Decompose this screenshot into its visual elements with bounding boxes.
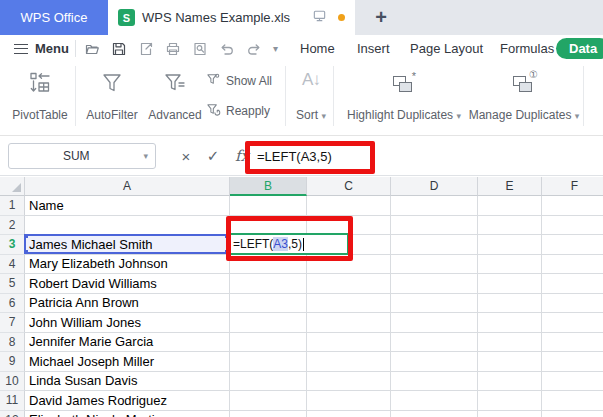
- confirm-entry-button[interactable]: ✓: [202, 143, 224, 169]
- save-icon[interactable]: [111, 41, 127, 57]
- row-header-3-selected[interactable]: 3: [0, 235, 25, 255]
- presentation-mode-icon[interactable]: [312, 8, 327, 27]
- cell[interactable]: [307, 274, 391, 294]
- cell[interactable]: [478, 255, 542, 275]
- cell[interactable]: [542, 235, 603, 255]
- cell-a7[interactable]: John William Jones: [25, 313, 230, 333]
- column-header-d[interactable]: D: [391, 177, 478, 196]
- cell[interactable]: [307, 411, 391, 417]
- cell[interactable]: [478, 372, 542, 392]
- cell[interactable]: [542, 274, 603, 294]
- cell[interactable]: [230, 391, 307, 411]
- print-preview-icon[interactable]: [192, 41, 208, 57]
- menu-button[interactable]: Menu: [14, 35, 69, 62]
- cell-a3-referenced[interactable]: James Michael Smith: [25, 235, 230, 255]
- cell[interactable]: [542, 372, 603, 392]
- row-header-7[interactable]: 7: [0, 313, 25, 333]
- cell[interactable]: [391, 391, 478, 411]
- cell-a2[interactable]: [25, 216, 230, 236]
- advanced-filter-button[interactable]: Advanced: [146, 66, 204, 128]
- cell[interactable]: [230, 196, 307, 216]
- cell-a4[interactable]: Mary Elizabeth Johnson: [25, 255, 230, 275]
- cell[interactable]: [542, 196, 603, 216]
- cell[interactable]: [478, 313, 542, 333]
- cell[interactable]: [391, 411, 478, 417]
- cell[interactable]: [478, 333, 542, 353]
- column-header-b-selected[interactable]: B: [230, 177, 307, 196]
- cell[interactable]: [307, 294, 391, 314]
- cell[interactable]: [542, 333, 603, 353]
- tab-home[interactable]: Home: [300, 35, 335, 62]
- row-header-11[interactable]: 11: [0, 391, 25, 411]
- cell[interactable]: [478, 391, 542, 411]
- row-header-6[interactable]: 6: [0, 294, 25, 314]
- row-header-12[interactable]: 12: [0, 411, 25, 417]
- cell[interactable]: [307, 372, 391, 392]
- tab-formulas[interactable]: Formulas: [500, 35, 554, 62]
- cell-a8[interactable]: Jennifer Marie Garcia: [25, 333, 230, 353]
- row-header-10[interactable]: 10: [0, 372, 25, 392]
- column-header-a[interactable]: A: [25, 177, 230, 196]
- cell[interactable]: [391, 352, 478, 372]
- cell[interactable]: [542, 255, 603, 275]
- export-icon[interactable]: [138, 41, 154, 57]
- column-header-e[interactable]: E: [478, 177, 542, 196]
- wps-office-button[interactable]: WPS Office: [0, 0, 108, 35]
- cell-a1[interactable]: Name: [25, 196, 230, 216]
- pivottable-button[interactable]: PivotTable: [8, 66, 72, 128]
- open-file-icon[interactable]: [84, 41, 100, 57]
- autofilter-button[interactable]: AutoFilter: [80, 66, 144, 128]
- cell[interactable]: [391, 274, 478, 294]
- row-header-2[interactable]: 2: [0, 216, 25, 236]
- cell[interactable]: [307, 196, 391, 216]
- cell[interactable]: [478, 294, 542, 314]
- highlight-duplicates-button[interactable]: * Highlight Duplicates ▾: [342, 66, 466, 128]
- cell[interactable]: [542, 294, 603, 314]
- cell[interactable]: [230, 372, 307, 392]
- print-icon[interactable]: [165, 41, 181, 57]
- cell[interactable]: [230, 294, 307, 314]
- tab-data-active[interactable]: Data: [556, 38, 603, 59]
- column-header-f[interactable]: F: [542, 177, 603, 196]
- new-tab-button[interactable]: +: [369, 5, 393, 29]
- cell[interactable]: [230, 411, 307, 417]
- cell[interactable]: [478, 274, 542, 294]
- cell[interactable]: [478, 196, 542, 216]
- cell[interactable]: [391, 313, 478, 333]
- cell[interactable]: [391, 255, 478, 275]
- cell[interactable]: [542, 391, 603, 411]
- select-all-corner[interactable]: [0, 177, 25, 196]
- cell[interactable]: [230, 274, 307, 294]
- cell[interactable]: [478, 352, 542, 372]
- cell[interactable]: [391, 235, 478, 255]
- name-box-dropdown-icon[interactable]: ▾: [143, 151, 155, 161]
- row-header-4[interactable]: 4: [0, 255, 25, 275]
- row-header-8[interactable]: 8: [0, 333, 25, 353]
- tab-page-layout[interactable]: Page Layout: [410, 35, 483, 62]
- cell[interactable]: [391, 333, 478, 353]
- tab-insert[interactable]: Insert: [357, 35, 390, 62]
- cell[interactable]: [391, 196, 478, 216]
- cell[interactable]: [542, 411, 603, 417]
- cell[interactable]: [542, 313, 603, 333]
- sort-button[interactable]: A↓ Sort ▾: [290, 66, 332, 128]
- cell[interactable]: [391, 372, 478, 392]
- redo-icon[interactable]: [246, 41, 262, 57]
- row-header-9[interactable]: 9: [0, 352, 25, 372]
- cell[interactable]: [307, 313, 391, 333]
- manage-duplicates-button[interactable]: ① Manage Duplicates ▾: [466, 66, 582, 128]
- undo-icon[interactable]: [219, 41, 235, 57]
- cell[interactable]: [542, 216, 603, 236]
- cancel-entry-button[interactable]: ×: [175, 143, 197, 169]
- cell[interactable]: [391, 294, 478, 314]
- cell-a11[interactable]: David James Rodriguez: [25, 391, 230, 411]
- cell[interactable]: [307, 352, 391, 372]
- toolbar-dropdown-icon[interactable]: ▾: [273, 43, 278, 54]
- cell-a9[interactable]: Michael Joseph Miller: [25, 352, 230, 372]
- cell[interactable]: [307, 391, 391, 411]
- reapply-button[interactable]: Reapply: [206, 100, 270, 122]
- cell[interactable]: [391, 216, 478, 236]
- row-header-5[interactable]: 5: [0, 274, 25, 294]
- cell[interactable]: [542, 352, 603, 372]
- cell[interactable]: [230, 352, 307, 372]
